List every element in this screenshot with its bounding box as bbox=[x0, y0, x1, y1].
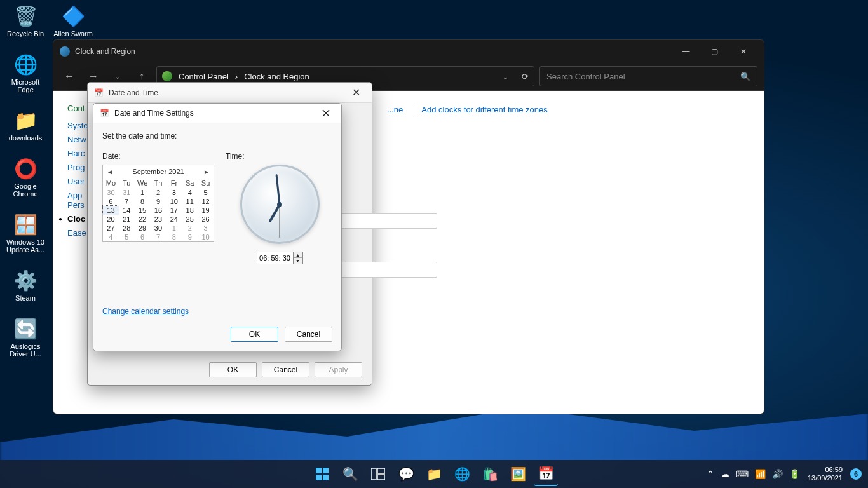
cal-day[interactable]: 8 bbox=[135, 197, 151, 206]
cal-day[interactable]: 1 bbox=[135, 188, 151, 197]
cal-day[interactable]: 13 bbox=[103, 206, 119, 215]
breadcrumb-leaf[interactable]: Clock and Region bbox=[244, 72, 309, 81]
dts-titlebar[interactable]: 📅 Date and Time Settings bbox=[93, 104, 341, 123]
cal-day[interactable]: 3 bbox=[166, 188, 182, 197]
start-button[interactable] bbox=[310, 462, 334, 486]
cal-day[interactable]: 2 bbox=[182, 224, 198, 233]
time-up-button[interactable]: ▲ bbox=[294, 252, 302, 258]
dts-ok-button[interactable]: OK bbox=[231, 327, 278, 342]
tray-battery-icon[interactable]: 🔋 bbox=[789, 469, 800, 479]
desktop-icon-5[interactable]: 🪟Windows 10 Update As... bbox=[3, 212, 48, 254]
taskbar-explorer-icon[interactable]: 📁 bbox=[422, 462, 446, 486]
search-icon[interactable]: 🔍 bbox=[740, 72, 750, 81]
taskbar-search-icon[interactable]: 🔍 bbox=[338, 462, 362, 486]
desktop-icon-4[interactable]: ⭕Google Chrome bbox=[3, 156, 48, 198]
taskbar-app1-icon[interactable]: 🖼️ bbox=[506, 462, 530, 486]
cal-day[interactable]: 22 bbox=[135, 215, 151, 224]
time-input[interactable] bbox=[257, 252, 293, 264]
taskbar-chat-icon[interactable]: 💬 bbox=[394, 462, 418, 486]
cal-day[interactable]: 23 bbox=[151, 215, 166, 224]
cal-day[interactable]: 24 bbox=[166, 215, 182, 224]
cal-prev-button[interactable]: ◄ bbox=[107, 168, 113, 175]
cal-day[interactable]: 29 bbox=[135, 224, 151, 233]
desktop-icon-glyph: 🔄 bbox=[13, 316, 38, 341]
task-view-icon[interactable] bbox=[366, 462, 390, 486]
cal-day[interactable]: 2 bbox=[151, 188, 166, 197]
dts-close-button[interactable] bbox=[317, 104, 335, 122]
tray-sound-icon[interactable]: 🔊 bbox=[772, 469, 783, 479]
cal-day[interactable]: 19 bbox=[198, 206, 214, 215]
desktop-icon-0[interactable]: 🗑️Recycle Bin bbox=[3, 3, 48, 37]
system-tray[interactable]: ⌃ ☁ ⌨ 📶 🔊 🔋 bbox=[707, 469, 800, 479]
refresh-icon[interactable]: ⟳ bbox=[522, 72, 529, 81]
dt-cancel-button[interactable]: Cancel bbox=[262, 362, 309, 377]
tray-wifi-icon[interactable]: 📶 bbox=[755, 469, 766, 479]
taskbar-clock[interactable]: 06:59 13/09/2021 bbox=[808, 466, 843, 482]
breadcrumb-root[interactable]: Control Panel bbox=[179, 72, 229, 81]
dt-titlebar[interactable]: 📅 Date and Time ✕ bbox=[88, 83, 372, 103]
cp-titlebar[interactable]: Clock and Region — ▢ ✕ bbox=[53, 40, 764, 62]
dt-close-button[interactable]: ✕ bbox=[346, 86, 365, 98]
search-input[interactable]: Search Control Panel 🔍 bbox=[539, 66, 757, 86]
cal-day[interactable]: 10 bbox=[198, 233, 214, 241]
cal-month-year[interactable]: September 2021 bbox=[132, 168, 184, 175]
cal-day[interactable]: 7 bbox=[151, 233, 166, 241]
cal-day[interactable]: 27 bbox=[103, 224, 119, 233]
cal-day[interactable]: 20 bbox=[103, 215, 119, 224]
breadcrumb-sep: › bbox=[235, 72, 238, 81]
cal-day[interactable]: 9 bbox=[151, 197, 166, 206]
cal-day[interactable]: 26 bbox=[198, 215, 214, 224]
cal-day[interactable]: 28 bbox=[119, 224, 135, 233]
cal-day[interactable]: 4 bbox=[103, 233, 119, 241]
taskbar-edge-icon[interactable]: 🌐 bbox=[450, 462, 474, 486]
cal-day[interactable]: 5 bbox=[198, 188, 214, 197]
cal-day[interactable]: 15 bbox=[135, 206, 151, 215]
cal-day[interactable]: 18 bbox=[182, 206, 198, 215]
cal-day[interactable]: 17 bbox=[166, 206, 182, 215]
taskbar-store-icon[interactable]: 🛍️ bbox=[478, 462, 502, 486]
link-change-timezone[interactable]: ...ne bbox=[387, 105, 403, 116]
desktop-icon-glyph: 🔷 bbox=[60, 3, 86, 29]
cal-day[interactable]: 30 bbox=[103, 188, 119, 197]
minimize-button[interactable]: — bbox=[672, 42, 700, 61]
cal-day[interactable]: 3 bbox=[198, 224, 214, 233]
cal-day[interactable]: 1 bbox=[166, 224, 182, 233]
cal-day[interactable]: 30 bbox=[151, 224, 166, 233]
desktop-icon-7[interactable]: 🔄Auslogics Driver U... bbox=[3, 316, 48, 358]
cal-day[interactable]: 5 bbox=[119, 233, 135, 241]
time-spinner[interactable]: ▲ ▼ bbox=[257, 252, 303, 264]
change-calendar-link[interactable]: Change calendar settings bbox=[102, 307, 189, 316]
tray-cloud-icon[interactable]: ☁ bbox=[721, 469, 729, 479]
time-down-button[interactable]: ▼ bbox=[294, 258, 302, 264]
cal-day[interactable]: 11 bbox=[182, 197, 198, 206]
cal-day[interactable]: 6 bbox=[135, 233, 151, 241]
notification-badge[interactable]: 6 bbox=[850, 468, 862, 480]
cal-day[interactable]: 25 bbox=[182, 215, 198, 224]
cal-day[interactable]: 16 bbox=[151, 206, 166, 215]
dt-ok-button[interactable]: OK bbox=[209, 362, 257, 377]
desktop-icon-3[interactable]: 📁downloads bbox=[3, 107, 48, 142]
cal-day[interactable]: 6 bbox=[103, 197, 119, 206]
dts-cancel-button[interactable]: Cancel bbox=[285, 327, 332, 342]
taskbar-datetime-icon[interactable]: 📅 bbox=[534, 462, 558, 486]
cal-day[interactable]: 31 bbox=[119, 188, 135, 197]
tray-chevron-icon[interactable]: ⌃ bbox=[707, 469, 714, 479]
breadcrumb-drop-icon[interactable]: ⌄ bbox=[502, 72, 509, 81]
cal-day[interactable]: 4 bbox=[182, 188, 198, 197]
cal-day[interactable]: 14 bbox=[119, 206, 135, 215]
nav-back-button[interactable]: ← bbox=[60, 67, 79, 86]
desktop-icon-1[interactable]: 🔷Alien Swarm bbox=[51, 3, 95, 37]
desktop-icon-6[interactable]: ⚙️Steam bbox=[3, 268, 48, 302]
cal-day[interactable]: 8 bbox=[166, 233, 182, 241]
link-add-clocks[interactable]: Add clocks for different time zones bbox=[421, 105, 547, 116]
cal-next-button[interactable]: ► bbox=[203, 168, 210, 175]
maximize-button[interactable]: ▢ bbox=[700, 42, 729, 61]
cal-day[interactable]: 9 bbox=[182, 233, 198, 241]
cal-day[interactable]: 10 bbox=[166, 197, 182, 206]
tray-keyboard-icon[interactable]: ⌨ bbox=[736, 469, 749, 479]
desktop-icon-2[interactable]: 🌐Microsoft Edge bbox=[3, 51, 48, 93]
close-button[interactable]: ✕ bbox=[729, 42, 757, 61]
cal-day[interactable]: 12 bbox=[198, 197, 214, 206]
cal-day[interactable]: 21 bbox=[119, 215, 135, 224]
cal-day[interactable]: 7 bbox=[119, 197, 135, 206]
